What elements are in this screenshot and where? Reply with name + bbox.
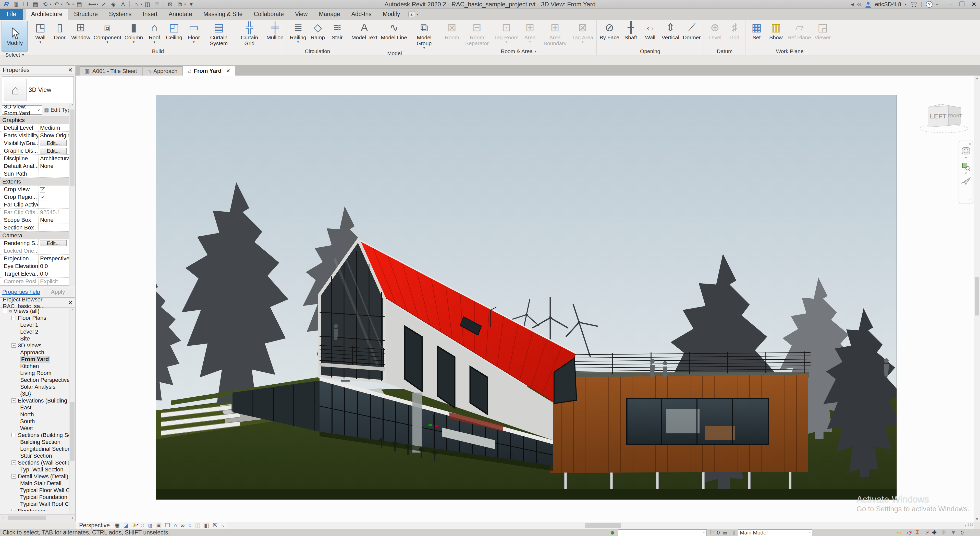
editable-only-icon[interactable]: ⚐ [709, 530, 714, 536]
ribbon-button-mullion[interactable]: ╪Mullion [265, 21, 285, 41]
checkbox[interactable]: ✓ [40, 195, 45, 200]
customize-qat-icon[interactable]: ▾ [187, 1, 196, 8]
wall-dropdown-icon[interactable]: ▾ [40, 40, 41, 44]
tree-expander-icon[interactable]: − [11, 316, 16, 320]
revit-logo[interactable]: R [2, 1, 11, 8]
photographic-exposure-icon[interactable]: ◍ [148, 522, 153, 529]
rendering-dialog-icon[interactable]: ⌾ [141, 522, 144, 529]
aligned-dimension-icon[interactable]: ↗ [99, 1, 108, 8]
project-browser-close-icon[interactable]: ✕ [68, 300, 73, 306]
switch-windows-icon-caret[interactable]: ▾ [184, 2, 186, 6]
tree-item-typ-wall-section[interactable]: Typ. Wall Section [0, 466, 75, 473]
ribbon-button-model-text[interactable]: AModel Text [350, 21, 379, 41]
tab-architecture[interactable]: Architecture [25, 9, 68, 20]
tab-systems[interactable]: Systems [103, 9, 137, 20]
default-3d-view-icon-caret[interactable]: ▾ [140, 2, 142, 6]
tree-item-from-yard[interactable]: From Yard [0, 356, 75, 363]
ribbon-button-window[interactable]: ⊞Window [70, 21, 92, 41]
redo-icon[interactable]: ↷ [64, 1, 72, 8]
drag-on-selection-icon[interactable]: ✥ [932, 530, 937, 536]
close-hidden-windows-icon[interactable]: ⊠ [166, 1, 175, 8]
ribbon-button-ceiling[interactable]: ◰Ceiling [164, 21, 184, 41]
save-icon[interactable]: ▦ [31, 1, 40, 8]
select-links-icon[interactable]: ∾ [897, 530, 901, 536]
undo-icon-caret[interactable]: ▾ [61, 2, 63, 6]
ribbon-button-column[interactable]: ▮Column▾ [123, 21, 145, 45]
ribbon-button-wall[interactable]: ◳Wall▾ [31, 21, 50, 45]
properties-help-link[interactable]: Properties help [2, 289, 40, 295]
section-graphics[interactable]: Graphics˄ [0, 116, 75, 124]
type-selector-dropdown[interactable]: 3D View: From Yard˅ [2, 105, 42, 115]
user-avatar[interactable] [865, 1, 872, 8]
ribbon-button-by-face[interactable]: ⊘By Face [598, 21, 621, 41]
help-caret-icon[interactable]: ▾ [936, 2, 938, 6]
ribbon-button-curtain-system[interactable]: ▤Curtain System [204, 21, 234, 47]
scroll-up-icon[interactable]: ▲ [974, 76, 980, 80]
undo-icon[interactable]: ↶ [52, 1, 61, 8]
navbar-minimize-icon[interactable]: ⊖ [968, 198, 973, 203]
measure-icon-caret[interactable]: ▾ [97, 2, 99, 6]
worksharing-display-icon[interactable]: ◫ [195, 522, 200, 529]
properties-scrollbar[interactable]: ˄ [69, 103, 75, 286]
ribbon-button-vertical[interactable]: ⇕Vertical [660, 21, 681, 41]
3d-view-render[interactable] [156, 95, 897, 500]
search-icon[interactable]: ∞ [857, 1, 861, 8]
zoom-region-icon[interactable] [962, 162, 970, 171]
project-browser-hscrollbar[interactable]: ‹› [0, 514, 75, 521]
ribbon-button-door[interactable]: ▯Door [50, 21, 69, 41]
floor-dropdown-icon[interactable]: ▾ [193, 40, 195, 44]
tree-expander-icon[interactable]: − [11, 433, 16, 437]
room-area-panel-caret-icon[interactable]: ▾ [535, 49, 536, 53]
ribbon-display-toggle[interactable]: ▴▾ [408, 11, 418, 20]
tab-structure[interactable]: Structure [68, 9, 103, 20]
thin-lines-icon[interactable]: ≣ [153, 1, 162, 8]
section-extents[interactable]: Extents˄ [0, 178, 75, 186]
roof-dropdown-icon[interactable]: ▾ [154, 40, 156, 44]
minimize-button[interactable]: – [949, 1, 953, 8]
active-workset-dropdown[interactable]: ˅ [618, 530, 707, 536]
tree-expander-icon[interactable]: − [11, 343, 16, 348]
ribbon-button-floor[interactable]: ▭Floor▾ [184, 21, 203, 45]
ribbon-button-set[interactable]: ▦Set [747, 21, 766, 41]
ribbon-button-wall[interactable]: ⇔Wall [641, 21, 660, 41]
tree-item-typical-floor-wall-con[interactable]: Typical Floor Wall Con [0, 487, 75, 494]
sync-icon-caret[interactable]: ▾ [49, 2, 51, 6]
select-pinned-icon[interactable]: ↧ [915, 530, 920, 536]
navigation-bar[interactable]: ⊗ ▼ ▼ ⊖ [959, 141, 973, 203]
ribbon-button-show[interactable]: ▥Show [767, 21, 785, 41]
temporary-hide-isolate-icon[interactable]: ∞ [181, 522, 185, 529]
file-menu-icon[interactable]: ▥ [12, 1, 21, 8]
ribbon-button-curtain-grid[interactable]: ╬Curtain Grid [234, 21, 264, 47]
reveal-hidden-icon[interactable]: ⌂ [173, 522, 177, 529]
ribbon-button-stair[interactable]: ≋Stair [328, 21, 347, 41]
background-processes-icon[interactable]: ✱ [941, 530, 946, 536]
tab-massing-site[interactable]: Massing & Site [198, 9, 248, 20]
tree-item-level-2[interactable]: Level 2 [0, 328, 75, 335]
ribbon-button-roof[interactable]: ⌂Roof▾ [145, 21, 164, 45]
tab-manage[interactable]: Manage [313, 9, 345, 20]
tree-item-typical-foundation-de[interactable]: Typical Foundation De [0, 494, 75, 501]
edit-button[interactable]: Edit... [40, 148, 67, 154]
tree-item-site[interactable]: Site [0, 335, 75, 342]
section-icon[interactable]: ◫ [143, 1, 152, 8]
ribbon-minimize-caret-icon[interactable]: ▾ [417, 12, 418, 16]
view-tab-close-icon[interactable]: ✕ [226, 68, 231, 74]
ribbon-button-model-line[interactable]: ∿Model Line [379, 21, 409, 41]
ribbon-button-dormer[interactable]: ⟋Dormer [681, 21, 702, 41]
ribbon-button-shaft[interactable]: ╂Shaft [621, 21, 640, 41]
default-3d-view-icon[interactable]: ⌂ [132, 1, 140, 8]
tree-item-sections-building-section[interactable]: −Sections (Building Section [0, 432, 75, 439]
canvas-hscroll-thumb[interactable] [585, 523, 621, 528]
select-by-face-icon[interactable]: ▯✗ [924, 530, 928, 536]
component-dropdown-icon[interactable]: ▾ [107, 40, 108, 44]
restore-button[interactable]: ❐ [959, 1, 965, 8]
canvas-vertical-scrollbar[interactable]: ▲ ▼ [974, 76, 980, 522]
railing-dropdown-icon[interactable]: ▾ [298, 40, 299, 44]
crop-region-icon[interactable]: ❒ [165, 522, 170, 529]
app-store-cart-icon[interactable] [910, 1, 917, 7]
tab-modify[interactable]: Modify [377, 9, 406, 20]
sun-path-icon[interactable]: ☀✗ [132, 522, 137, 529]
ribbon-button-modify[interactable]: Modify [2, 21, 27, 52]
select-underlay-icon[interactable]: ◁✗ [906, 530, 910, 536]
print-icon[interactable]: ▤ [75, 1, 84, 8]
